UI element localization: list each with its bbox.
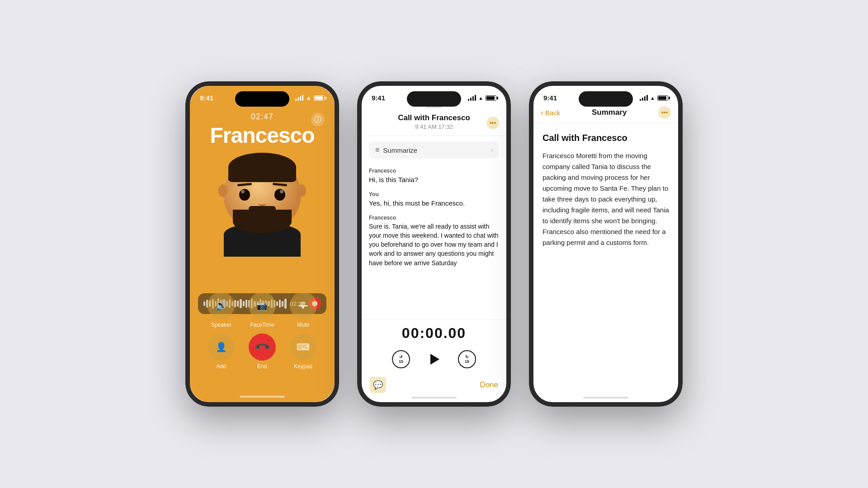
rewind-button[interactable]: ↺ 15 xyxy=(392,350,410,368)
mute-icon: 🎙 xyxy=(290,292,317,319)
speaker-icon: 🔊 xyxy=(208,292,235,319)
phone-2-transcript: 9:41 ▲ Call with Francesco 9:41 AM 17:32 xyxy=(357,81,511,407)
status-icons-1: ▲ xyxy=(295,94,325,101)
status-time-3: 9:41 xyxy=(543,94,557,102)
speaker-3: Francesco xyxy=(369,215,499,221)
battery-icon-1 xyxy=(314,95,325,101)
wifi-icon-3: ▲ xyxy=(650,95,655,101)
facetime-icon: 📷 xyxy=(249,292,276,319)
keypad-icon: ⌨ xyxy=(290,333,317,361)
add-button[interactable]: 👤 Add xyxy=(208,333,235,370)
status-icons-2: ▲ xyxy=(468,95,496,101)
speaker-label: Speaker xyxy=(211,322,231,328)
dynamic-island-3 xyxy=(579,91,633,107)
home-indicator-1 xyxy=(240,396,285,398)
back-button[interactable]: ‹ Back xyxy=(541,108,560,117)
summary-nav-title: Summary xyxy=(592,108,627,117)
phone-1-screen: 9:41 ▲ 02:47 ⓘ Francesco xyxy=(190,86,335,402)
message-text-3: Sure is. Tania, we're all ready to assis… xyxy=(369,222,499,267)
play-icon xyxy=(430,354,439,365)
signal-icon-3 xyxy=(640,95,648,101)
transcript-header: Call with Francesco 9:41 AM 17:32 ••• xyxy=(362,110,506,136)
call-controls-row-2: 👤 Add 📞 End ⌨ Keypad xyxy=(201,333,324,370)
mute-button[interactable]: 🎙 Mute xyxy=(290,292,317,328)
home-indicator-3 xyxy=(583,397,628,399)
call-controls-row-1: 🔊 Speaker 📷 FaceTime 🎙 Mute xyxy=(201,292,324,328)
end-call-icon: 📞 xyxy=(243,328,282,366)
keypad-label: Keypad xyxy=(294,363,312,370)
facetime-button[interactable]: 📷 FaceTime xyxy=(249,292,276,328)
battery-fill-1 xyxy=(315,96,323,100)
message-text-1: Hi, is this Tania? xyxy=(369,175,499,185)
facetime-label: FaceTime xyxy=(250,322,274,328)
speaker-2: You xyxy=(369,191,499,197)
wifi-icon-1: ▲ xyxy=(306,94,311,101)
memoji-avatar xyxy=(212,153,312,252)
mute-label: Mute xyxy=(297,322,309,328)
transcript-messages: Francesco Hi, is this Tania? You Yes, hi… xyxy=(362,164,506,319)
caller-name-display: Francesco xyxy=(190,123,335,148)
phone-3-summary: 9:41 ▲ ‹ Back Summary ••• xyxy=(529,81,683,407)
chat-bubble-button[interactable]: 💬 xyxy=(370,377,386,393)
summary-body-text: Francesco Moretti from the moving compan… xyxy=(542,150,669,248)
speaker-1: Francesco xyxy=(369,168,499,174)
forward-button[interactable]: ↻ 15 xyxy=(458,350,476,368)
transcript-title: Call with Francesco xyxy=(371,113,497,122)
summary-content: Call with Francesco Francesco Moretti fr… xyxy=(533,124,678,257)
add-icon: 👤 xyxy=(208,333,235,361)
summarize-icon: ≡ xyxy=(375,146,379,154)
message-2: You Yes, hi, this must be Francesco. xyxy=(369,191,499,208)
chat-bubble-icon: 💬 xyxy=(373,380,383,390)
transcript-subtitle: 9:41 AM 17:32 xyxy=(371,123,497,130)
summarize-button[interactable]: ≡ Summarize › xyxy=(369,141,499,159)
call-controls: 🔊 Speaker 📷 FaceTime 🎙 Mute 👤 Add xyxy=(190,292,335,375)
dynamic-island-1 xyxy=(235,91,289,107)
play-button[interactable] xyxy=(424,349,444,370)
status-icons-3: ▲ xyxy=(640,95,668,101)
wifi-icon-2: ▲ xyxy=(478,95,483,101)
summary-nav: ‹ Back Summary ••• xyxy=(533,104,678,124)
signal-icon-1 xyxy=(295,95,303,101)
call-timer-display: 02:47 xyxy=(251,112,274,122)
signal-icon-2 xyxy=(468,95,476,101)
message-text-2: Yes, hi, this must be Francesco. xyxy=(369,198,499,208)
message-3: Francesco Sure is. Tania, we're all read… xyxy=(369,215,499,267)
battery-fill-2 xyxy=(486,96,495,100)
summary-more-button[interactable]: ••• xyxy=(658,106,671,119)
battery-icon-3 xyxy=(657,95,668,101)
speaker-button[interactable]: 🔊 Speaker xyxy=(208,292,235,328)
dynamic-island-2 xyxy=(407,91,461,107)
back-chevron-icon: ‹ xyxy=(541,108,543,117)
phone-3-screen: 9:41 ▲ ‹ Back Summary ••• xyxy=(533,86,678,402)
home-indicator-2 xyxy=(411,397,457,399)
back-label: Back xyxy=(545,109,560,117)
status-time-2: 9:41 xyxy=(372,94,385,102)
summarize-label: Summarize xyxy=(383,146,417,154)
end-label: End xyxy=(257,363,267,370)
keypad-button[interactable]: ⌨ Keypad xyxy=(290,333,317,370)
status-time-1: 9:41 xyxy=(200,94,213,102)
playback-timer: 00:00.00 xyxy=(362,325,506,342)
playback-controls: ↺ 15 ↻ 15 xyxy=(362,349,506,370)
end-call-button[interactable]: 📞 End xyxy=(249,333,276,370)
battery-icon-2 xyxy=(486,95,496,101)
summarize-left: ≡ Summarize xyxy=(375,146,417,154)
add-label: Add xyxy=(217,363,226,370)
chevron-right-icon: › xyxy=(491,147,493,153)
summary-page-title: Call with Francesco xyxy=(542,133,669,143)
playback-area: 00:00.00 ↺ 15 ↻ 15 xyxy=(362,319,506,373)
battery-fill-3 xyxy=(658,96,666,100)
phone-1-active-call: 9:41 ▲ 02:47 ⓘ Francesco xyxy=(185,81,339,407)
done-button[interactable]: Done xyxy=(480,380,498,389)
message-1: Francesco Hi, is this Tania? xyxy=(369,168,499,185)
phone-2-screen: 9:41 ▲ Call with Francesco 9:41 AM 17:32 xyxy=(362,86,506,402)
more-options-button[interactable]: ••• xyxy=(486,117,499,129)
